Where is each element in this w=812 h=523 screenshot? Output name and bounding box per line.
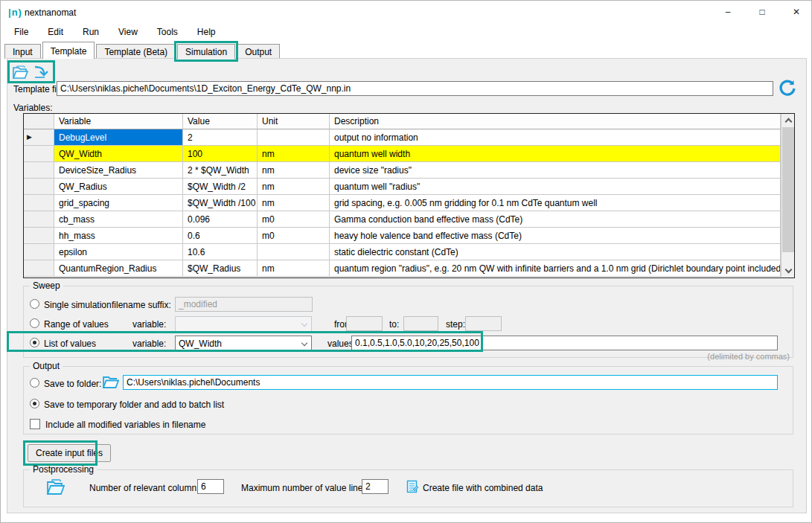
cell-description[interactable]: quantum well width — [330, 146, 781, 162]
cell-unit[interactable]: m0 — [258, 211, 330, 228]
cell-unit[interactable]: m0 — [258, 228, 330, 244]
scrollbar-thumb[interactable] — [782, 127, 794, 252]
output-folder-input[interactable] — [123, 375, 778, 390]
minimize-button[interactable]: – — [715, 3, 741, 21]
table-row[interactable]: ▶DebugLevel2output no information — [24, 129, 781, 146]
table-row[interactable]: hh_mass0.6m0heavy hole valence band effe… — [24, 228, 781, 244]
menu-help[interactable]: Help — [190, 25, 223, 40]
column-header-variable[interactable]: Variable — [54, 114, 183, 129]
include-variables-checkbox[interactable] — [30, 419, 40, 429]
cell-value[interactable]: 2 * $QW_Width — [183, 162, 258, 179]
tab-input[interactable]: Input — [4, 44, 41, 59]
close-button[interactable]: ✕ — [784, 3, 809, 21]
cell-unit[interactable] — [258, 129, 330, 146]
tab-output[interactable]: Output — [237, 44, 280, 59]
column-header-unit[interactable]: Unit — [258, 114, 330, 129]
value-lines-input[interactable] — [362, 479, 389, 494]
tab-simulation[interactable]: Simulation — [177, 44, 235, 59]
table-row[interactable]: epsilon10.6static dielectric constant (C… — [24, 244, 781, 260]
menu-run[interactable]: Run — [75, 25, 106, 40]
table-row[interactable]: cb_mass0.096m0Gamma conduction band effe… — [24, 211, 781, 228]
cell-value[interactable]: 10.6 — [183, 244, 258, 260]
combined-data-file-icon[interactable] — [406, 480, 419, 493]
row-header[interactable] — [24, 244, 54, 260]
scroll-down-icon[interactable] — [781, 265, 795, 277]
menu-file[interactable]: File — [7, 25, 36, 40]
cell-variable[interactable]: QW_Width — [54, 146, 183, 162]
cell-description[interactable]: output no information — [330, 129, 781, 146]
cell-variable[interactable]: epsilon — [54, 244, 183, 260]
cell-unit[interactable]: nm — [258, 195, 330, 211]
cell-unit[interactable] — [258, 244, 330, 260]
combined-data-label[interactable]: Create file with combined data — [423, 483, 543, 493]
open-template-icon[interactable] — [11, 64, 29, 80]
row-header[interactable] — [24, 162, 54, 179]
save-temp-folder-radio[interactable] — [30, 399, 39, 408]
row-header[interactable]: ▶ — [24, 129, 54, 146]
cell-unit[interactable]: nm — [258, 146, 330, 162]
values-input[interactable] — [351, 336, 778, 350]
cell-unit[interactable]: nm — [258, 179, 330, 195]
cell-description[interactable]: device size "radius" — [330, 162, 781, 179]
cell-description[interactable]: quantum region "radius", e.g. 20 nm QW w… — [330, 260, 781, 277]
to-input[interactable] — [403, 316, 438, 331]
cell-value[interactable]: $QW_Radius — [183, 260, 258, 277]
menu-tools[interactable]: Tools — [150, 25, 185, 40]
column-header-value[interactable]: Value — [183, 114, 258, 129]
cell-description[interactable]: Gamma conduction band effective mass (Cd… — [330, 211, 781, 228]
step-input[interactable] — [465, 316, 502, 331]
menu-view[interactable]: View — [111, 25, 145, 40]
relevant-column-input[interactable] — [197, 479, 224, 494]
cell-variable[interactable]: cb_mass — [54, 211, 183, 228]
row-header[interactable] — [24, 260, 54, 277]
cell-unit[interactable]: nm — [258, 260, 330, 277]
cell-value[interactable]: 2 — [183, 129, 258, 146]
table-row[interactable]: QW_Radius$QW_Width /2nmquantum well "rad… — [24, 179, 781, 195]
range-of-values-radio[interactable] — [30, 318, 39, 328]
row-header[interactable] — [24, 228, 54, 244]
scroll-up-icon[interactable] — [781, 114, 795, 126]
cell-variable[interactable]: DeviceSize_Radius — [54, 162, 183, 179]
browse-folder-icon[interactable] — [101, 373, 119, 390]
cell-value[interactable]: 0.6 — [183, 228, 258, 244]
table-row[interactable]: QuantumRegion_Radius$QW_Radiusnmquantum … — [24, 260, 781, 277]
create-input-files-button[interactable]: Create input files — [28, 444, 111, 462]
row-header[interactable] — [24, 195, 54, 211]
row-header[interactable] — [24, 211, 54, 228]
table-row[interactable]: QW_Width100nmquantum well width — [24, 146, 781, 162]
cell-value[interactable]: 100 — [183, 146, 258, 162]
table-scrollbar[interactable] — [781, 114, 794, 277]
cell-description[interactable]: heavy hole valence band effective mass (… — [330, 228, 781, 244]
refresh-icon[interactable] — [778, 79, 797, 98]
range-variable-select[interactable] — [175, 316, 312, 332]
cell-description[interactable]: static dielectric constant (CdTe) — [330, 244, 781, 260]
cell-variable[interactable]: hh_mass — [54, 228, 183, 244]
single-simulation-radio[interactable] — [30, 299, 39, 309]
import-values-icon[interactable] — [32, 64, 48, 80]
column-header-description[interactable]: Description — [330, 114, 781, 129]
table-row[interactable]: DeviceSize_Radius2 * $QW_Widthnmdevice s… — [24, 162, 781, 179]
cell-value[interactable]: $QW_Width /2 — [183, 179, 258, 195]
cell-variable[interactable]: DebugLevel — [54, 129, 183, 146]
cell-variable[interactable]: grid_spacing — [54, 195, 183, 211]
table-row[interactable]: grid_spacing$QW_Width /100nmgrid spacing… — [24, 195, 781, 211]
maximize-button[interactable]: □ — [749, 3, 775, 21]
cell-unit[interactable]: nm — [258, 162, 330, 179]
from-input[interactable] — [346, 316, 383, 331]
tab-template-beta[interactable]: Template (Beta) — [96, 44, 176, 59]
row-header[interactable] — [24, 179, 54, 195]
filename-suffix-input[interactable] — [175, 297, 313, 312]
template-file-input[interactable] — [57, 81, 773, 96]
tab-template[interactable]: Template — [42, 42, 95, 59]
cell-value[interactable]: 0.096 — [183, 211, 258, 228]
list-variable-select[interactable]: QW_Width — [175, 336, 312, 351]
list-of-values-radio[interactable] — [30, 338, 39, 347]
postprocessing-folder-icon[interactable] — [45, 477, 65, 497]
cell-variable[interactable]: QW_Radius — [54, 179, 183, 195]
save-to-folder-radio[interactable] — [30, 378, 39, 388]
cell-value[interactable]: $QW_Width /100 — [183, 195, 258, 211]
menu-edit[interactable]: Edit — [40, 25, 71, 40]
cell-variable[interactable]: QuantumRegion_Radius — [54, 260, 183, 277]
cell-description[interactable]: quantum well "radius" — [330, 179, 781, 195]
cell-description[interactable]: grid spacing, e.g. 0.005 nm gridding for… — [330, 195, 781, 211]
